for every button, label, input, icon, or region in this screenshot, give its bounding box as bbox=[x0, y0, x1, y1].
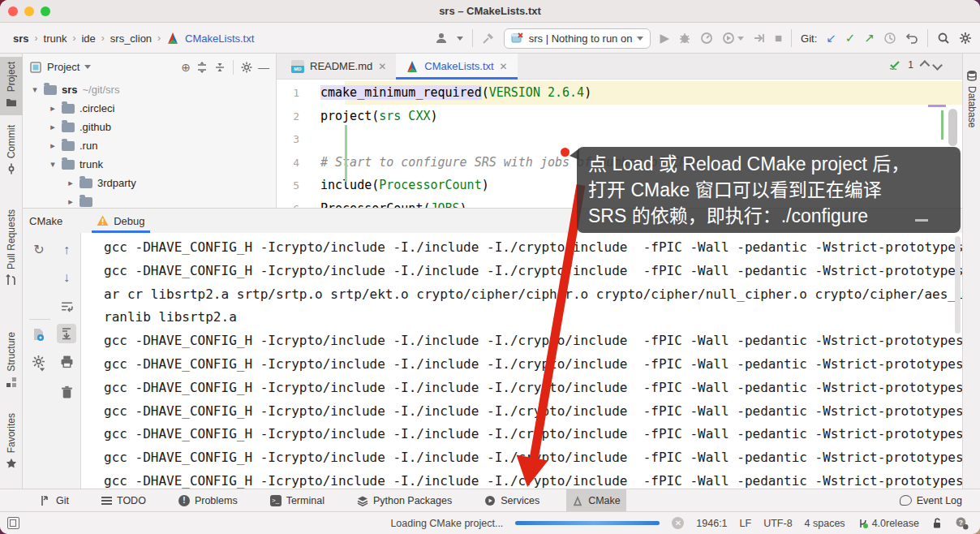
tool-window-switcher-icon[interactable] bbox=[7, 517, 19, 529]
console-line: gcc -DHAVE_CONFIG_H -Icrypto/include -I.… bbox=[104, 260, 962, 283]
tree-row[interactable]: ▸3rdparty bbox=[23, 174, 276, 192]
toolbar-item-cmake[interactable]: CMake bbox=[566, 489, 626, 512]
breadcrumb-item[interactable]: ide bbox=[81, 32, 95, 45]
collapse-all-icon[interactable] bbox=[213, 61, 226, 74]
git-commit-icon[interactable]: ✓ bbox=[845, 32, 856, 45]
chevron-right-icon[interactable]: ▸ bbox=[49, 103, 57, 114]
run-configuration-select[interactable]: srs | Nothing to run on bbox=[504, 28, 651, 49]
structure-icon bbox=[6, 377, 17, 390]
scroll-to-end-icon[interactable] bbox=[57, 324, 76, 343]
tree-item-label: 3rdparty bbox=[97, 177, 136, 189]
debug-bug-icon[interactable] bbox=[678, 32, 691, 45]
scroll-up-icon[interactable]: ↑ bbox=[59, 243, 74, 257]
cancel-loading-icon[interactable]: ✕ bbox=[672, 517, 684, 529]
toolbar-item-todo[interactable]: TODO bbox=[96, 489, 152, 512]
build-hammer-icon[interactable] bbox=[482, 32, 495, 45]
git-update-icon[interactable]: ↙ bbox=[826, 32, 836, 45]
editor-scrollbar[interactable] bbox=[948, 109, 957, 146]
toolbar-item-python-packages[interactable]: Python Packages bbox=[351, 489, 458, 512]
toolbar-item-problems[interactable]: ! Problems bbox=[173, 489, 243, 512]
toolbar-item-event-log[interactable]: Event Log bbox=[900, 495, 962, 506]
sidebar-item-project[interactable]: Project bbox=[0, 57, 23, 115]
line-separator[interactable]: LF bbox=[740, 518, 752, 529]
close-icon[interactable]: ✕ bbox=[500, 61, 508, 72]
toolbar-item-terminal[interactable]: >_ Terminal bbox=[264, 489, 330, 512]
pull-request-icon bbox=[6, 274, 17, 288]
breadcrumb-item[interactable]: CMakeLists.txt bbox=[185, 32, 254, 45]
clear-trash-icon[interactable] bbox=[59, 385, 74, 400]
tree-item-label: .circleci bbox=[80, 102, 114, 114]
run-button[interactable]: ▶ bbox=[660, 32, 669, 45]
scroll-down-icon[interactable]: ↓ bbox=[59, 270, 74, 285]
file-encoding[interactable]: UTF-8 bbox=[763, 518, 792, 529]
sidebar-item-structure[interactable]: Structure bbox=[0, 327, 23, 395]
user-icon[interactable] bbox=[435, 32, 448, 45]
cmake-toolbar: ↻ ↑ ↓ bbox=[23, 233, 81, 489]
branch-icon bbox=[858, 518, 869, 529]
chevron-down-icon[interactable]: ▾ bbox=[49, 159, 57, 170]
code-line[interactable]: 1cmake_minimum_required(VERSION 2.6.4) bbox=[277, 81, 962, 105]
stop-icon[interactable] bbox=[32, 270, 46, 285]
sidebar-item-commit[interactable]: Commit bbox=[0, 120, 23, 182]
tree-row[interactable]: ▸.run bbox=[23, 136, 276, 155]
sidebar-item-pull-requests[interactable]: Pull Requests bbox=[0, 205, 23, 293]
expand-all-icon[interactable] bbox=[196, 61, 208, 74]
help-gear-icon[interactable]: ? bbox=[955, 516, 969, 530]
cmake-settings-icon[interactable] bbox=[31, 327, 45, 342]
profiler-icon[interactable] bbox=[700, 32, 713, 45]
tab-readme[interactable]: README.md ✕ bbox=[282, 54, 396, 79]
stop-button[interactable]: ■ bbox=[775, 32, 782, 45]
next-problem-icon[interactable] bbox=[932, 60, 943, 71]
sidebar-item-favorites[interactable]: Favorites bbox=[0, 408, 23, 476]
print-icon[interactable] bbox=[59, 355, 74, 369]
search-icon[interactable] bbox=[937, 32, 950, 45]
tree-row[interactable]: ▸.circleci bbox=[23, 99, 276, 118]
project-views-caret-icon[interactable] bbox=[84, 65, 91, 69]
console-scrollbar[interactable] bbox=[955, 236, 961, 334]
cmake-tab-debug[interactable]: Debug bbox=[97, 209, 144, 233]
breadcrumb-item[interactable]: srs bbox=[13, 32, 29, 45]
main-toolbar: srs›trunk›ide›srs_clion›CMakeLists.txt s… bbox=[0, 23, 980, 54]
caret-position[interactable]: 1946:1 bbox=[696, 518, 727, 529]
indent-setting[interactable]: 4 spaces bbox=[805, 518, 845, 529]
coverage-icon[interactable] bbox=[722, 32, 735, 45]
reload-cmake-icon[interactable]: ↻ bbox=[32, 243, 46, 257]
code-line[interactable]: 2project(srs CXX) bbox=[277, 105, 962, 128]
chevron-right-icon[interactable]: ▸ bbox=[67, 178, 75, 188]
toolbar-item-git[interactable]: Git bbox=[34, 489, 75, 512]
tree-row[interactable]: ▸ bbox=[23, 192, 276, 208]
tree-row[interactable]: ▸.github bbox=[23, 118, 276, 136]
locate-file-icon[interactable]: ⊕ bbox=[181, 61, 191, 74]
panel-options-gear-icon[interactable] bbox=[240, 61, 253, 74]
unlock-icon[interactable] bbox=[931, 518, 943, 529]
soft-wrap-icon[interactable] bbox=[59, 299, 74, 314]
tab-cmakelists[interactable]: CMakeLists.txt ✕ bbox=[396, 54, 517, 79]
chevron-down-icon[interactable]: ▾ bbox=[31, 84, 39, 95]
inspections-widget[interactable]: 1 bbox=[888, 58, 941, 71]
project-panel-title[interactable]: Project bbox=[47, 61, 80, 73]
toolbar-item-services[interactable]: Services bbox=[479, 489, 545, 512]
tree-row[interactable]: ▾trunk bbox=[23, 155, 276, 174]
close-icon[interactable]: ✕ bbox=[378, 61, 386, 72]
prev-problem-icon[interactable] bbox=[920, 60, 931, 71]
options-gear-icon[interactable] bbox=[31, 355, 45, 369]
event-log-icon bbox=[900, 495, 912, 506]
hide-tool-window-icon[interactable] bbox=[915, 219, 928, 222]
breadcrumb-item[interactable]: trunk bbox=[44, 32, 67, 45]
coverage-caret-icon[interactable] bbox=[737, 37, 744, 41]
chevron-right-icon[interactable]: ▸ bbox=[49, 122, 57, 132]
sidebar-item-database[interactable]: Database bbox=[963, 65, 980, 132]
rollback-icon[interactable] bbox=[905, 32, 918, 45]
git-push-icon[interactable]: ↗ bbox=[864, 32, 875, 45]
build-console-output[interactable]: gcc -DHAVE_CONFIG_H -Icrypto/include -I.… bbox=[81, 233, 962, 489]
tree-row[interactable]: ▾srs~/git/srs bbox=[23, 80, 276, 99]
user-caret-icon[interactable] bbox=[457, 37, 463, 41]
attach-process-icon[interactable] bbox=[753, 32, 766, 45]
breadcrumb-item[interactable]: srs_clion bbox=[110, 32, 152, 45]
history-clock-icon[interactable] bbox=[883, 32, 896, 45]
git-branch-widget[interactable]: 4.0release bbox=[858, 518, 919, 529]
chevron-right-icon[interactable]: ▸ bbox=[67, 196, 75, 207]
chevron-right-icon[interactable]: ▸ bbox=[49, 140, 57, 151]
settings-gear-icon[interactable] bbox=[959, 32, 972, 45]
hide-panel-icon[interactable]: — bbox=[258, 61, 269, 74]
